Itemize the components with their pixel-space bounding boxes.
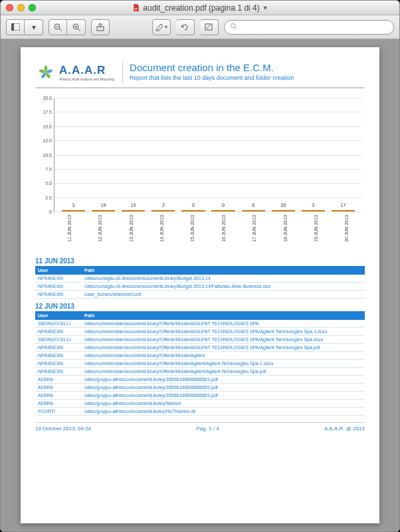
- table-header-cell: User: [35, 311, 82, 320]
- creation-bar-chart: 02.55.07.510.012.515.017.520.03191520082…: [35, 95, 365, 248]
- cell-path: /sites/commerciale/documentLibrary/Offer…: [82, 328, 365, 336]
- cell-user: NFRANCINI: [35, 275, 82, 283]
- rotate-button[interactable]: [176, 19, 195, 35]
- cell-path: /sites/commerciale/documentLibrary/Offer…: [82, 352, 365, 360]
- app-window: audit_creation.pdf (pagina 1 di 4) ▼ ▾ ▾: [0, 0, 400, 532]
- svg-line-6: [78, 29, 80, 31]
- zoom-in-button[interactable]: [67, 19, 86, 35]
- chart-x-tick: 19 JUN 2013: [300, 212, 331, 248]
- chart-bar-value: 19: [101, 203, 106, 210]
- section-heading: 11 JUN 2013: [35, 257, 365, 265]
- chart-y-tick: 12.5: [37, 138, 52, 143]
- cell-user: NFRANCINI: [35, 328, 82, 336]
- chart-y-tick: 2.5: [37, 195, 52, 200]
- chart-y-tick: 7.5: [37, 166, 52, 171]
- table-row: NFRANCINI/sites/consiglio-di-direzione/d…: [35, 275, 365, 283]
- table-row: NFRANCINI/sites/commerciale/documentLibr…: [35, 368, 365, 376]
- chart-x-tick: 17 JUN 2013: [239, 212, 269, 248]
- document-viewport[interactable]: A.A.A.R Alfresco Audit Analysis and Repo…: [1, 39, 399, 531]
- cell-user: NFRANCINI: [35, 360, 82, 368]
- cell-path: /sites/commerciale/documentLibrary/Offer…: [82, 360, 365, 368]
- chart-bar: 0: [178, 210, 208, 211]
- logo: A.A.A.R Alfresco Audit Analysis and Repo…: [35, 62, 114, 83]
- cell-path: /sites/gruppo-alfresco/documentLibrary/r…: [82, 408, 365, 416]
- share-button[interactable]: [91, 19, 110, 35]
- chart-bar-value: 8: [252, 203, 254, 211]
- chart-y-tick: 20.0: [37, 96, 52, 100]
- audit-table: UserPathNFRANCINI/sites/consiglio-di-dir…: [35, 266, 365, 299]
- zoom-out-button[interactable]: [49, 19, 67, 35]
- footer-copyright: A.A.A.R. @ 2013: [324, 426, 365, 432]
- table-row: NFRANCINI/sites/consiglio-di-direzione/d…: [35, 283, 365, 291]
- table-header-cell: User: [35, 266, 82, 275]
- logo-subtext: Alfresco Audit Analysis and Reporting: [59, 77, 114, 81]
- cell-user: NFRANCINI: [35, 344, 82, 352]
- chart-y-tick: 17.5: [37, 110, 52, 114]
- table-row: NFRANCINI/sites/commerciale/documentLibr…: [35, 352, 365, 360]
- cell-path: /sites/commerciale/documentLibrary/Offer…: [82, 336, 365, 344]
- chart-bar: 20: [268, 210, 298, 211]
- title-dropdown-icon[interactable]: ▼: [262, 5, 268, 11]
- cell-path: /sites/gruppo-alfresco/documentLibrary/2…: [82, 392, 365, 400]
- cell-path: /sites/gruppo-alfresco/documentLibrary/2…: [82, 376, 365, 384]
- table-row: SBONUCCELLI/sites/commerciale/documentLi…: [35, 320, 365, 328]
- svg-line-12: [235, 27, 237, 29]
- document-title: Document creation in the E.C.M.: [130, 62, 294, 73]
- chart-x-tick: 12 JUN 2013: [84, 212, 115, 248]
- cell-path: /sites/commerciale/documentLibrary/Offer…: [82, 320, 365, 328]
- footer-page-number: Pag. 1 / 4: [196, 426, 219, 432]
- chart-bar: 15: [118, 210, 148, 211]
- sidebar-menu-button[interactable]: ▾: [25, 19, 43, 35]
- pdf-file-icon: [132, 3, 140, 12]
- table-row: SBONUCCELLI/sites/commerciale/documentLi…: [35, 336, 365, 344]
- table-row: ADMIN/sites/gruppo-alfresco/documentLibr…: [35, 400, 365, 408]
- cell-user: SBONUCCELLI: [35, 320, 82, 328]
- sidebar-toggle-button[interactable]: [6, 19, 25, 35]
- cell-path: /sites/consiglio-di-direzione/documentLi…: [82, 283, 365, 291]
- search-input[interactable]: [240, 23, 388, 31]
- svg-point-11: [231, 24, 235, 28]
- cell-user: FCORTI: [35, 408, 82, 416]
- chart-bar: 2: [148, 210, 178, 211]
- cell-path: /user_homes/nfrancini/Corti: [82, 291, 365, 299]
- chart-y-tick: 5.0: [37, 181, 52, 186]
- chart-bar: 8: [239, 210, 268, 211]
- pdf-page: A.A.A.R Alfresco Audit Analysis and Repo…: [21, 47, 379, 523]
- table-row: ADMIN/sites/gruppo-alfresco/documentLibr…: [35, 384, 365, 392]
- cell-user: NFRANCINI: [35, 368, 82, 376]
- footer-timestamp: 19 October 2013, 04:24: [35, 426, 91, 432]
- table-row: NFRANCINI/user_homes/nfrancini/Corti: [35, 291, 365, 299]
- titlebar[interactable]: audit_creation.pdf (pagina 1 di 4) ▼: [1, 1, 399, 15]
- cell-user: SBONUCCELLI: [35, 336, 82, 344]
- chart-bar: 17: [328, 210, 358, 211]
- markup-button[interactable]: [200, 19, 219, 35]
- audit-table: UserPathSBONUCCELLI/sites/commerciale/do…: [35, 311, 365, 416]
- chart-x-tick: 13 JUN 2013: [116, 212, 146, 248]
- chart-bar-value: 15: [131, 203, 136, 211]
- window-title: audit_creation.pdf (pagina 1 di 4) ▼: [1, 3, 399, 13]
- document-subtitle: Report that lists the last 10 days docum…: [130, 74, 294, 81]
- highlight-button[interactable]: ▾: [152, 19, 171, 35]
- chart-bar: 3: [58, 210, 88, 211]
- search-field[interactable]: [224, 20, 394, 35]
- chart-bar-value: 17: [340, 203, 346, 210]
- search-icon: [230, 23, 237, 31]
- aaar-logo-icon: [35, 62, 56, 83]
- cell-path: /sites/consiglio-di-direzione/documentLi…: [82, 275, 365, 283]
- section-heading: 12 JUN 2013: [35, 303, 365, 310]
- page-footer: 19 October 2013, 04:24 Pag. 1 / 4 A.A.A.…: [35, 422, 365, 432]
- chart-x-tick: 15 JUN 2013: [177, 212, 208, 248]
- table-row: ADMIN/sites/gruppo-alfresco/documentLibr…: [35, 376, 365, 384]
- table-row: ADMIN/sites/gruppo-alfresco/documentLibr…: [35, 392, 365, 400]
- table-header-cell: Path: [82, 311, 365, 320]
- chart-x-tick: 16 JUN 2013: [208, 212, 239, 248]
- chart-bar: 0: [208, 210, 238, 211]
- cell-path: /sites/gruppo-alfresco/documentLibrary/f…: [82, 400, 365, 408]
- cell-path: /sites/commerciale/documentLibrary/Offer…: [82, 368, 365, 376]
- cell-path: /sites/commerciale/documentLibrary/Offer…: [82, 344, 365, 352]
- cell-user: ADMIN: [35, 376, 82, 384]
- chart-bar: 3: [298, 210, 328, 211]
- chart-x-tick: 11 JUN 2013: [54, 212, 84, 248]
- chart-x-tick: 18 JUN 2013: [270, 212, 300, 248]
- chart-x-tick: 20 JUN 2013: [332, 212, 362, 248]
